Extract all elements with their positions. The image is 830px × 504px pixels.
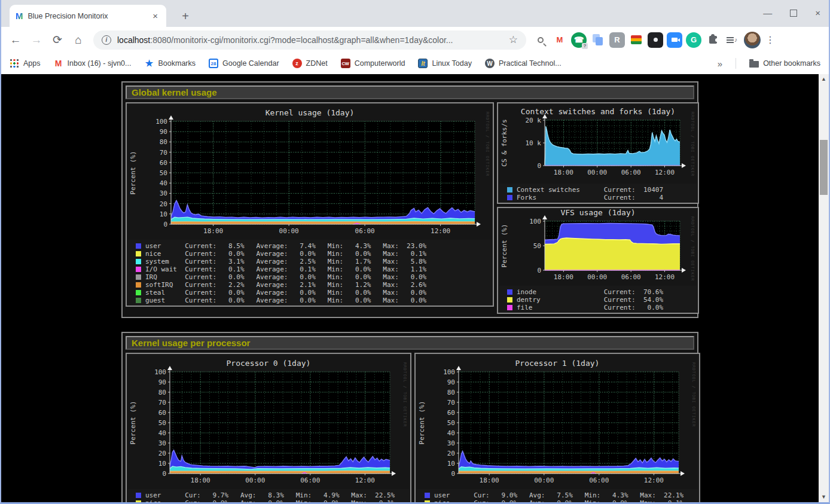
books-stack-icon[interactable] xyxy=(628,32,644,48)
legend-text: softIRQ Current: 2.2% Average: 2.1% Min:… xyxy=(145,281,426,289)
section-kernel-usage-per-processor: Kernel usage per processor 0102030405060… xyxy=(121,332,698,502)
graph-cell-context-switches: 010 k20 k18:0000:0006:0012:00Context swi… xyxy=(497,102,699,204)
legend-swatch xyxy=(425,500,430,502)
svg-text:18:00: 18:00 xyxy=(203,227,223,235)
bookmark-item[interactable]: ltLinux Today xyxy=(418,59,472,68)
bookmark-label: Google Calendar xyxy=(222,59,279,68)
bookmark-item[interactable]: MInbox (16) - sjvn0... xyxy=(54,59,132,68)
url-text[interactable]: localhost:8080/monitorix-cgi/monitorix.c… xyxy=(117,35,503,45)
scroll-down-icon[interactable]: ▼ xyxy=(819,492,829,502)
search-icon[interactable] xyxy=(533,32,548,48)
section-global-kernel-usage: Global kernel usage 01020304050607080901… xyxy=(121,81,698,318)
home-icon[interactable]: ⌂ xyxy=(70,33,87,47)
svg-text:20: 20 xyxy=(447,450,455,457)
legend-swatch xyxy=(136,282,141,288)
bookmark-star-icon[interactable]: ☆ xyxy=(509,33,518,46)
svg-text:12:00: 12:00 xyxy=(644,476,664,484)
extensions-puzzle-icon[interactable] xyxy=(705,32,721,48)
r-extension-icon[interactable]: R xyxy=(609,32,625,48)
tab-close-icon[interactable]: × xyxy=(150,11,160,21)
svg-text:60: 60 xyxy=(160,159,167,167)
bookmark-item[interactable]: CWComputerworld xyxy=(341,59,405,68)
back-icon[interactable]: ← xyxy=(7,33,24,47)
grammarly-icon[interactable]: G xyxy=(686,32,701,48)
svg-text:RRDTOOL / TOBI OETIKER: RRDTOOL / TOBI OETIKER xyxy=(690,112,695,176)
svg-text:60: 60 xyxy=(158,409,166,417)
legend-text: nice Cur: 0.0% Avg: 0.0% Min: 0.0% Max: … xyxy=(434,499,683,502)
bookmarks-divider xyxy=(736,58,736,69)
new-tab-button[interactable]: + xyxy=(178,9,193,25)
page-info-icon[interactable]: i xyxy=(102,35,111,45)
svg-text:18:00: 18:00 xyxy=(191,476,210,484)
legend-text: user Cur: 9.7% Avg: 8.3% Min: 4.9% Max: … xyxy=(145,491,395,499)
bookmark-item[interactable]: zZDNet xyxy=(292,59,328,68)
svg-text:20 k: 20 k xyxy=(526,117,542,124)
bookmarks-overflow-icon[interactable]: » xyxy=(718,59,722,69)
zdnet-icon: z xyxy=(292,59,302,68)
scrollbar[interactable]: ▲ ▼ xyxy=(819,74,829,502)
svg-text:40: 40 xyxy=(160,179,167,187)
profile-avatar[interactable] xyxy=(744,32,761,48)
legend-swatch xyxy=(136,274,141,280)
reload-icon[interactable]: ⟳ xyxy=(49,33,66,47)
minimize-button[interactable]: — xyxy=(763,8,772,18)
browser-window: M Blue Precision Monitorix × + — × ← → ⟳… xyxy=(0,0,830,504)
bookmark-item[interactable]: 28Google Calendar xyxy=(209,59,279,68)
legend-swatch xyxy=(425,493,430,498)
chart-legend: user Cur: 9.0% Avg: 7.5% Min: 4.3% Max: … xyxy=(417,491,698,502)
svg-text:00:00: 00:00 xyxy=(587,169,607,176)
svg-text:50: 50 xyxy=(160,169,167,177)
legend-text: inode Current: 70.6% xyxy=(517,288,663,296)
svg-text:30: 30 xyxy=(160,190,167,197)
star-icon: ★ xyxy=(145,59,154,68)
close-button[interactable]: × xyxy=(815,8,820,18)
svg-text:RRDTOOL / TOBI OETIKER: RRDTOOL / TOBI OETIKER xyxy=(690,216,695,281)
svg-text:50: 50 xyxy=(158,419,166,427)
chart-legend: inode Current: 70.6%dentry Current: 54.0… xyxy=(499,288,697,311)
scroll-up-icon[interactable]: ▲ xyxy=(819,74,829,84)
folder-icon xyxy=(749,61,759,68)
bookmark-item[interactable]: Apps xyxy=(10,59,41,68)
gmail-extension-icon[interactable]: M xyxy=(552,32,567,48)
gmail-icon: M xyxy=(54,59,63,68)
password-person-icon[interactable] xyxy=(648,32,663,48)
svg-text:90: 90 xyxy=(158,378,166,386)
google-voice-icon[interactable]: ☎? xyxy=(571,32,587,48)
chart-legend: user Current: 8.5% Average: 7.4% Min: 4.… xyxy=(128,242,492,304)
legend-swatch xyxy=(507,305,512,310)
svg-text:70: 70 xyxy=(158,399,166,407)
svg-text:100: 100 xyxy=(155,118,167,126)
chart-legend: Context switches Current: 10407Forks Cur… xyxy=(499,186,697,201)
svg-text:Processor 0 (1day): Processor 0 (1day) xyxy=(227,359,311,368)
video-call-icon[interactable] xyxy=(667,32,682,48)
legend-row: Forks Current: 4 xyxy=(507,194,697,201)
bookmark-item[interactable]: WPractical Technol... xyxy=(485,59,562,68)
badge: ? xyxy=(582,43,588,49)
legend-row: Context switches Current: 10407 xyxy=(507,186,697,194)
svg-text:50: 50 xyxy=(533,242,541,250)
bookmark-label: Practical Technol... xyxy=(499,59,562,68)
playlist-icon[interactable]: ♪ xyxy=(724,32,740,48)
other-bookmarks-label: Other bookmarks xyxy=(763,59,820,68)
browser-tab[interactable]: M Blue Precision Monitorix × xyxy=(10,5,166,27)
forward-icon[interactable]: → xyxy=(28,33,45,47)
legend-text: file Current: 0.0% xyxy=(517,304,663,311)
legend-text: Context switches Current: 10407 xyxy=(517,186,663,194)
legend-row: system Current: 3.1% Average: 2.5% Min: … xyxy=(136,258,492,265)
svg-text:100: 100 xyxy=(443,368,455,376)
svg-text:40: 40 xyxy=(158,429,166,437)
wordpress-icon: W xyxy=(485,59,495,68)
svg-text:Percent (%): Percent (%) xyxy=(418,401,426,445)
svg-text:10: 10 xyxy=(447,460,455,468)
copy-pages-icon[interactable] xyxy=(590,32,606,48)
apps-grid-icon xyxy=(10,59,19,68)
bookmark-item[interactable]: ★Bookmarks xyxy=(145,59,196,68)
svg-text:RRDTOOL / TOBI OETIKER: RRDTOOL / TOBI OETIKER xyxy=(691,362,696,427)
scrollbar-thumb[interactable] xyxy=(820,140,828,195)
legend-row: softIRQ Current: 2.2% Average: 2.1% Min:… xyxy=(136,281,492,289)
browser-menu-icon[interactable]: ⋮ xyxy=(765,34,776,45)
other-bookmarks-button[interactable]: Other bookmarks xyxy=(749,59,820,68)
url-bar[interactable]: i localhost:8080/monitorix-cgi/monitorix… xyxy=(93,30,526,50)
maximize-button[interactable] xyxy=(790,10,797,17)
browser-toolbar: ← → ⟳ ⌂ i localhost:8080/monitorix-cgi/m… xyxy=(1,27,829,53)
